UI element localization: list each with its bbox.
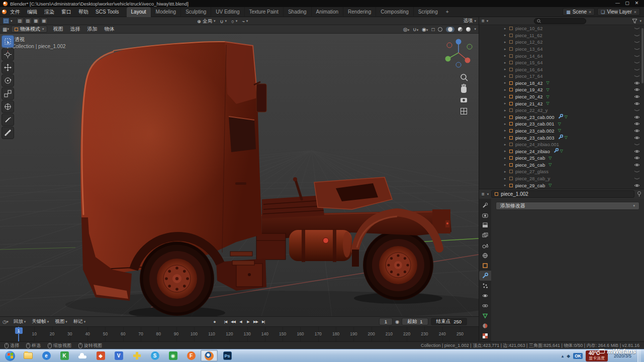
outliner-scrollbar[interactable] bbox=[641, 28, 643, 83]
select-box-tool[interactable] bbox=[2, 35, 14, 48]
material-properties-tab[interactable] bbox=[479, 321, 491, 331]
expand-icon[interactable]: ▸ bbox=[504, 81, 509, 85]
tool-properties-tab[interactable] bbox=[479, 200, 491, 210]
tool-dropdown-chevron[interactable]: ▾ bbox=[11, 19, 13, 23]
menu-SCS Tools[interactable]: SCS Tools bbox=[92, 8, 123, 16]
expand-icon[interactable]: ▸ bbox=[504, 27, 509, 31]
snap-magnet-icon[interactable]: ∪▾ bbox=[413, 27, 418, 32]
properties-breadcrumb[interactable]: piece_1.002 bbox=[491, 190, 634, 198]
rotate-tool[interactable] bbox=[2, 74, 14, 87]
expand-icon[interactable]: ▸ bbox=[504, 115, 509, 119]
workspace-tab-modeling[interactable]: Modeling bbox=[151, 7, 181, 17]
shading-solid-active[interactable] bbox=[446, 27, 454, 32]
select-mode-1-icon[interactable]: ▧ bbox=[17, 18, 24, 24]
outliner-item[interactable]: ▸piece_22_42_y bbox=[479, 107, 644, 114]
current-frame-indicator[interactable]: 1 bbox=[15, 327, 23, 334]
expand-icon[interactable]: ▸ bbox=[504, 40, 509, 44]
object-data-properties-tab[interactable] bbox=[479, 311, 491, 321]
viewport-editor-chevron[interactable]: ▾ bbox=[7, 27, 9, 31]
app-green[interactable]: K bbox=[56, 350, 73, 361]
viewport-menu-物体[interactable]: 物体 bbox=[101, 25, 118, 34]
outliner-item[interactable]: ▸piece_26_cab▽ bbox=[479, 162, 644, 169]
mode-dropdown[interactable]: 物体模式▾ bbox=[11, 26, 48, 33]
expand-icon[interactable]: ▸ bbox=[504, 33, 509, 37]
outliner-display-mode-chevron[interactable]: ▾ bbox=[487, 19, 489, 23]
visibility-eye-icon[interactable] bbox=[634, 33, 640, 38]
app-v[interactable]: V bbox=[110, 350, 127, 361]
visibility-eye-icon[interactable] bbox=[634, 156, 640, 160]
visibility-eye-icon[interactable] bbox=[634, 169, 640, 174]
visibility-eye-icon[interactable] bbox=[634, 40, 640, 44]
scene-properties-tab[interactable] bbox=[479, 240, 491, 251]
close-button[interactable]: ✕ bbox=[632, 1, 641, 7]
show-desktop-button[interactable] bbox=[637, 349, 641, 362]
expand-icon[interactable]: ▸ bbox=[504, 67, 509, 71]
blender-menu-icon[interactable] bbox=[2, 10, 7, 14]
visibility-eye-icon[interactable] bbox=[634, 81, 640, 85]
timeline-menu-回放[interactable]: 回放▾ bbox=[11, 318, 29, 325]
visibility-eye-icon[interactable] bbox=[634, 54, 640, 58]
menu-渲染[interactable]: 渲染 bbox=[41, 8, 58, 17]
visibility-eye-icon[interactable] bbox=[634, 74, 640, 78]
visibility-eye-icon[interactable] bbox=[634, 149, 640, 154]
frame-end-field[interactable]: 结束点250 bbox=[431, 318, 467, 325]
timeline-menu-视图[interactable]: 视图▾ bbox=[52, 318, 70, 325]
visibility-eye-icon[interactable] bbox=[634, 122, 640, 126]
menu-文件[interactable]: 文件 bbox=[7, 8, 24, 17]
pin-icon[interactable] bbox=[637, 191, 641, 197]
expand-icon[interactable]: ▸ bbox=[504, 129, 509, 133]
jump-to-start-button[interactable]: |◀ bbox=[222, 318, 229, 325]
app-photoshop[interactable]: Ps bbox=[219, 350, 236, 361]
app-blender[interactable] bbox=[201, 350, 218, 361]
visibility-eye-icon[interactable] bbox=[634, 108, 640, 112]
shading-dropdown-chevron[interactable]: ▾ bbox=[474, 27, 476, 31]
properties-editor-chevron[interactable]: ▾ bbox=[487, 192, 489, 196]
outliner-item[interactable]: ▸piece_24_zibiao▽ bbox=[479, 148, 644, 155]
visibility-eye-icon[interactable] bbox=[634, 176, 640, 181]
pivot-dropdown[interactable]: ◎▾ bbox=[403, 27, 409, 32]
expand-icon[interactable]: ▸ bbox=[504, 88, 509, 92]
viewport-editor-icon[interactable]: ▦ bbox=[3, 27, 7, 32]
outliner-item[interactable]: ▸piece_23_cab.003▽ bbox=[479, 134, 644, 141]
previous-keyframe-button[interactable]: ◀◀ bbox=[230, 318, 236, 325]
workspace-tab-sculpting[interactable]: Sculpting bbox=[180, 7, 211, 17]
menu-帮助[interactable]: 帮助 bbox=[75, 8, 92, 17]
viewport-menu-添加[interactable]: 添加 bbox=[83, 25, 101, 34]
outliner-item[interactable]: ▸piece_13_64 bbox=[479, 46, 644, 53]
view-layer-unlink-icon[interactable]: × bbox=[634, 10, 636, 15]
outliner-editor-icon[interactable]: ≡ bbox=[482, 18, 485, 24]
start-button[interactable] bbox=[2, 350, 19, 361]
outliner-item[interactable]: ▸piece_24_zibiao.001 bbox=[479, 141, 644, 148]
scene-unlink-icon[interactable]: × bbox=[589, 10, 591, 15]
viewport-menu-视图[interactable]: 视图 bbox=[49, 25, 66, 34]
scene-selector[interactable]: ▦ Scene × bbox=[563, 8, 595, 16]
expand-icon[interactable]: ▸ bbox=[504, 108, 509, 112]
outliner-item[interactable]: ▸piece_23_cab.000▽ bbox=[479, 114, 644, 121]
visibility-eye-icon[interactable] bbox=[634, 60, 640, 65]
expand-icon[interactable]: ▸ bbox=[504, 170, 509, 174]
expand-icon[interactable]: ▸ bbox=[504, 143, 509, 147]
visibility-eye-icon[interactable] bbox=[634, 142, 640, 147]
visibility-eye-icon[interactable] bbox=[634, 67, 640, 72]
proportional-edit-toggle[interactable]: ○▾ bbox=[231, 19, 237, 24]
visibility-eye-icon[interactable] bbox=[634, 183, 640, 188]
current-frame-field[interactable]: 1 bbox=[379, 318, 393, 325]
outliner-item[interactable]: ▸piece_12_62 bbox=[479, 39, 644, 46]
tray-expand-icon[interactable]: ▴ bbox=[562, 353, 564, 358]
world-properties-tab[interactable] bbox=[479, 251, 491, 261]
expand-icon[interactable]: ▸ bbox=[504, 95, 509, 99]
object-properties-tab[interactable] bbox=[479, 261, 491, 271]
visibility-eye-icon[interactable] bbox=[634, 87, 640, 92]
search-input[interactable] bbox=[542, 19, 583, 24]
constraints-properties-tab[interactable] bbox=[479, 301, 491, 311]
visibility-eye-icon[interactable] bbox=[634, 136, 640, 140]
expand-icon[interactable]: ▸ bbox=[504, 122, 509, 126]
tray-network-icon[interactable]: ◆ bbox=[567, 353, 570, 358]
workspace-tab-uv-editing[interactable]: UV Editing bbox=[211, 7, 244, 17]
outliner-item[interactable]: ▸piece_29_cab▽ bbox=[479, 182, 644, 189]
expand-icon[interactable]: ▸ bbox=[504, 163, 509, 167]
minimize-button[interactable]: — bbox=[613, 1, 622, 7]
options-dropdown[interactable]: 选项▾ bbox=[463, 18, 476, 24]
maximize-button[interactable]: ▢ bbox=[623, 1, 631, 7]
visibility-eye-icon[interactable] bbox=[634, 94, 640, 99]
